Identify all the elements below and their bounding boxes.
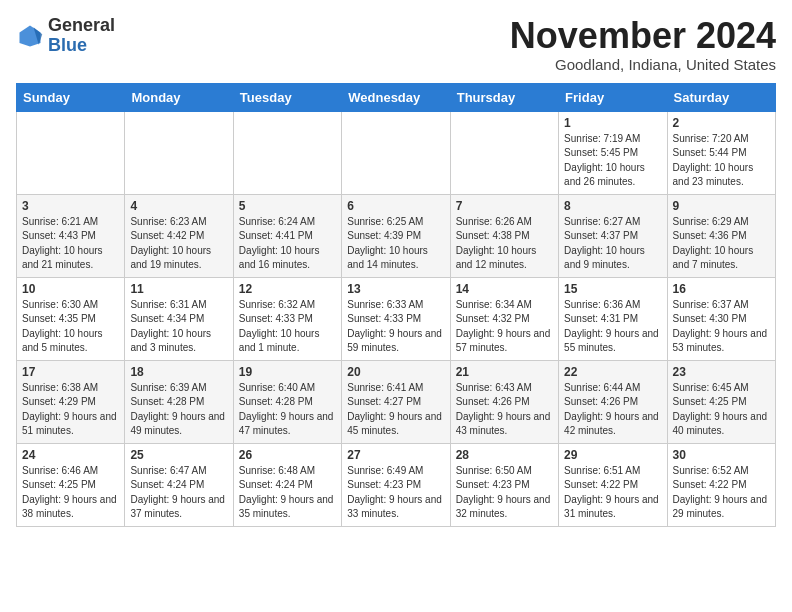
day-info: Sunrise: 6:44 AM Sunset: 4:26 PM Dayligh… xyxy=(564,381,661,439)
calendar-cell: 11Sunrise: 6:31 AM Sunset: 4:34 PM Dayli… xyxy=(125,277,233,360)
calendar-cell xyxy=(450,111,558,194)
calendar-header-row: SundayMondayTuesdayWednesdayThursdayFrid… xyxy=(17,83,776,111)
day-number: 25 xyxy=(130,448,227,462)
day-number: 30 xyxy=(673,448,770,462)
day-info: Sunrise: 6:49 AM Sunset: 4:23 PM Dayligh… xyxy=(347,464,444,522)
weekday-header: Tuesday xyxy=(233,83,341,111)
calendar-cell: 16Sunrise: 6:37 AM Sunset: 4:30 PM Dayli… xyxy=(667,277,775,360)
calendar-cell: 3Sunrise: 6:21 AM Sunset: 4:43 PM Daylig… xyxy=(17,194,125,277)
day-number: 19 xyxy=(239,365,336,379)
day-info: Sunrise: 6:27 AM Sunset: 4:37 PM Dayligh… xyxy=(564,215,661,273)
day-info: Sunrise: 7:19 AM Sunset: 5:45 PM Dayligh… xyxy=(564,132,661,190)
calendar-cell xyxy=(17,111,125,194)
day-info: Sunrise: 6:23 AM Sunset: 4:42 PM Dayligh… xyxy=(130,215,227,273)
day-info: Sunrise: 6:32 AM Sunset: 4:33 PM Dayligh… xyxy=(239,298,336,356)
day-info: Sunrise: 6:51 AM Sunset: 4:22 PM Dayligh… xyxy=(564,464,661,522)
day-info: Sunrise: 6:29 AM Sunset: 4:36 PM Dayligh… xyxy=(673,215,770,273)
day-number: 13 xyxy=(347,282,444,296)
day-info: Sunrise: 6:39 AM Sunset: 4:28 PM Dayligh… xyxy=(130,381,227,439)
calendar-cell: 21Sunrise: 6:43 AM Sunset: 4:26 PM Dayli… xyxy=(450,360,558,443)
day-number: 14 xyxy=(456,282,553,296)
day-number: 4 xyxy=(130,199,227,213)
calendar-cell: 10Sunrise: 6:30 AM Sunset: 4:35 PM Dayli… xyxy=(17,277,125,360)
calendar-cell: 26Sunrise: 6:48 AM Sunset: 4:24 PM Dayli… xyxy=(233,443,341,526)
day-info: Sunrise: 6:47 AM Sunset: 4:24 PM Dayligh… xyxy=(130,464,227,522)
day-number: 11 xyxy=(130,282,227,296)
weekday-header: Wednesday xyxy=(342,83,450,111)
calendar-week-row: 24Sunrise: 6:46 AM Sunset: 4:25 PM Dayli… xyxy=(17,443,776,526)
calendar-table: SundayMondayTuesdayWednesdayThursdayFrid… xyxy=(16,83,776,527)
calendar-week-row: 3Sunrise: 6:21 AM Sunset: 4:43 PM Daylig… xyxy=(17,194,776,277)
day-info: Sunrise: 6:21 AM Sunset: 4:43 PM Dayligh… xyxy=(22,215,119,273)
calendar-cell xyxy=(125,111,233,194)
calendar-cell: 17Sunrise: 6:38 AM Sunset: 4:29 PM Dayli… xyxy=(17,360,125,443)
day-number: 3 xyxy=(22,199,119,213)
calendar-cell: 23Sunrise: 6:45 AM Sunset: 4:25 PM Dayli… xyxy=(667,360,775,443)
calendar-cell: 8Sunrise: 6:27 AM Sunset: 4:37 PM Daylig… xyxy=(559,194,667,277)
calendar-week-row: 17Sunrise: 6:38 AM Sunset: 4:29 PM Dayli… xyxy=(17,360,776,443)
calendar-week-row: 1Sunrise: 7:19 AM Sunset: 5:45 PM Daylig… xyxy=(17,111,776,194)
day-number: 27 xyxy=(347,448,444,462)
day-number: 29 xyxy=(564,448,661,462)
day-number: 28 xyxy=(456,448,553,462)
weekday-header: Saturday xyxy=(667,83,775,111)
calendar-cell: 24Sunrise: 6:46 AM Sunset: 4:25 PM Dayli… xyxy=(17,443,125,526)
calendar-cell: 29Sunrise: 6:51 AM Sunset: 4:22 PM Dayli… xyxy=(559,443,667,526)
day-number: 24 xyxy=(22,448,119,462)
calendar-cell: 30Sunrise: 6:52 AM Sunset: 4:22 PM Dayli… xyxy=(667,443,775,526)
day-info: Sunrise: 6:36 AM Sunset: 4:31 PM Dayligh… xyxy=(564,298,661,356)
day-number: 23 xyxy=(673,365,770,379)
day-info: Sunrise: 6:52 AM Sunset: 4:22 PM Dayligh… xyxy=(673,464,770,522)
day-info: Sunrise: 6:46 AM Sunset: 4:25 PM Dayligh… xyxy=(22,464,119,522)
day-info: Sunrise: 7:20 AM Sunset: 5:44 PM Dayligh… xyxy=(673,132,770,190)
page-header: General Blue November 2024 Goodland, Ind… xyxy=(16,16,776,73)
day-info: Sunrise: 6:45 AM Sunset: 4:25 PM Dayligh… xyxy=(673,381,770,439)
day-number: 8 xyxy=(564,199,661,213)
day-number: 26 xyxy=(239,448,336,462)
weekday-header: Monday xyxy=(125,83,233,111)
calendar-cell: 14Sunrise: 6:34 AM Sunset: 4:32 PM Dayli… xyxy=(450,277,558,360)
calendar-cell: 27Sunrise: 6:49 AM Sunset: 4:23 PM Dayli… xyxy=(342,443,450,526)
day-info: Sunrise: 6:41 AM Sunset: 4:27 PM Dayligh… xyxy=(347,381,444,439)
day-info: Sunrise: 6:31 AM Sunset: 4:34 PM Dayligh… xyxy=(130,298,227,356)
day-number: 21 xyxy=(456,365,553,379)
calendar-cell: 22Sunrise: 6:44 AM Sunset: 4:26 PM Dayli… xyxy=(559,360,667,443)
day-info: Sunrise: 6:38 AM Sunset: 4:29 PM Dayligh… xyxy=(22,381,119,439)
day-number: 1 xyxy=(564,116,661,130)
day-number: 22 xyxy=(564,365,661,379)
logo-blue-text: Blue xyxy=(48,36,115,56)
day-info: Sunrise: 6:43 AM Sunset: 4:26 PM Dayligh… xyxy=(456,381,553,439)
day-number: 9 xyxy=(673,199,770,213)
weekday-header: Friday xyxy=(559,83,667,111)
calendar-cell: 25Sunrise: 6:47 AM Sunset: 4:24 PM Dayli… xyxy=(125,443,233,526)
calendar-cell: 9Sunrise: 6:29 AM Sunset: 4:36 PM Daylig… xyxy=(667,194,775,277)
day-info: Sunrise: 6:50 AM Sunset: 4:23 PM Dayligh… xyxy=(456,464,553,522)
day-number: 17 xyxy=(22,365,119,379)
day-number: 16 xyxy=(673,282,770,296)
day-info: Sunrise: 6:37 AM Sunset: 4:30 PM Dayligh… xyxy=(673,298,770,356)
day-number: 12 xyxy=(239,282,336,296)
calendar-cell: 12Sunrise: 6:32 AM Sunset: 4:33 PM Dayli… xyxy=(233,277,341,360)
day-number: 2 xyxy=(673,116,770,130)
logo: General Blue xyxy=(16,16,115,56)
logo-general-text: General xyxy=(48,16,115,36)
location-subtitle: Goodland, Indiana, United States xyxy=(510,56,776,73)
calendar-cell xyxy=(342,111,450,194)
day-info: Sunrise: 6:34 AM Sunset: 4:32 PM Dayligh… xyxy=(456,298,553,356)
day-info: Sunrise: 6:30 AM Sunset: 4:35 PM Dayligh… xyxy=(22,298,119,356)
day-number: 5 xyxy=(239,199,336,213)
logo-icon xyxy=(16,22,44,50)
day-number: 7 xyxy=(456,199,553,213)
calendar-cell: 2Sunrise: 7:20 AM Sunset: 5:44 PM Daylig… xyxy=(667,111,775,194)
day-number: 20 xyxy=(347,365,444,379)
calendar-cell: 15Sunrise: 6:36 AM Sunset: 4:31 PM Dayli… xyxy=(559,277,667,360)
day-number: 15 xyxy=(564,282,661,296)
calendar-cell: 13Sunrise: 6:33 AM Sunset: 4:33 PM Dayli… xyxy=(342,277,450,360)
day-info: Sunrise: 6:26 AM Sunset: 4:38 PM Dayligh… xyxy=(456,215,553,273)
calendar-cell: 4Sunrise: 6:23 AM Sunset: 4:42 PM Daylig… xyxy=(125,194,233,277)
day-number: 6 xyxy=(347,199,444,213)
calendar-cell: 18Sunrise: 6:39 AM Sunset: 4:28 PM Dayli… xyxy=(125,360,233,443)
calendar-cell: 1Sunrise: 7:19 AM Sunset: 5:45 PM Daylig… xyxy=(559,111,667,194)
logo-text: General Blue xyxy=(48,16,115,56)
day-number: 10 xyxy=(22,282,119,296)
